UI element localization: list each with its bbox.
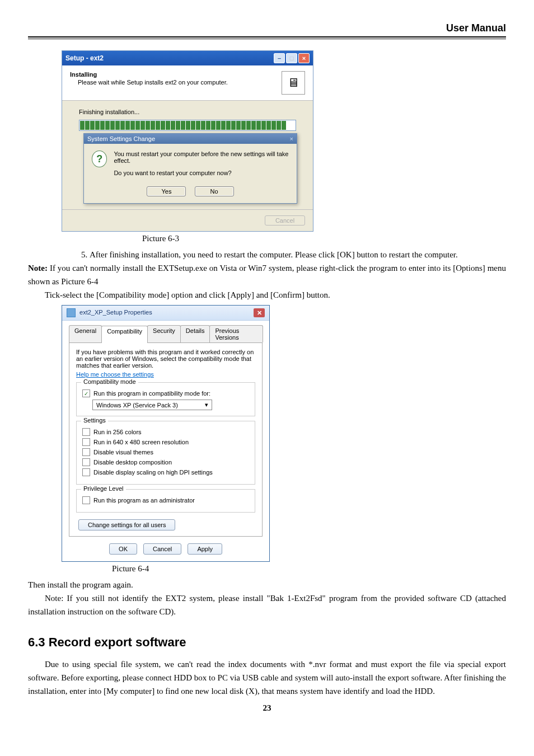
checkbox-disable-composition[interactable] [82, 458, 90, 466]
properties-tabs: General Compatibility Security Details P… [69, 325, 263, 343]
question-icon: ? [92, 151, 107, 167]
label-640x480: Run in 640 x 480 screen resolution [93, 439, 189, 445]
properties-window: ext2_XP_Setup Properties ✕ General Compa… [62, 305, 270, 562]
msgbox-close-icon[interactable]: × [290, 135, 293, 142]
checkbox-disable-themes[interactable] [82, 448, 90, 456]
help-choose-link[interactable]: Help me choose the settings [76, 371, 154, 378]
then-install-text: Then install the program again. [28, 578, 506, 591]
system-settings-change-dialog: System Settings Change × ? You must rest… [83, 133, 297, 204]
checkbox-disable-dpi-scaling[interactable] [82, 468, 90, 476]
checkbox-256-colors[interactable] [82, 428, 90, 436]
label-256-colors: Run in 256 colors [93, 429, 142, 435]
setup-status-text: Finishing installation... [79, 109, 296, 115]
change-all-users-button[interactable]: Change settings for all users [78, 519, 175, 530]
group-compat-title: Compatibility mode [81, 378, 138, 385]
msgbox-line2: Do you want to restart your computer now… [114, 170, 289, 176]
checkbox-run-as-admin[interactable] [82, 496, 90, 504]
tab-security[interactable]: Security [147, 325, 181, 342]
caption-6-3: Picture 6-3 [0, 234, 506, 243]
compat-mode-value: Windows XP (Service Pack 3) [96, 402, 178, 408]
label-disable-dpi-scaling: Disable display scaling on high DPI sett… [93, 469, 213, 476]
compat-intro-text: If you have problems with this program a… [76, 349, 255, 369]
setup-heading: Installing [70, 71, 228, 78]
header-rule-thin [28, 39, 506, 39]
group-settings-title: Settings [81, 417, 108, 424]
ok-button[interactable]: OK [109, 543, 137, 555]
group-privilege-title: Privilege Level [81, 485, 126, 492]
setup-wizard-icon: 🖥 [282, 71, 305, 95]
progress-bar [79, 120, 296, 131]
note-text-2: Note: If you still not identify the EXT2… [28, 591, 506, 618]
section-6-3-para: Due to using special file system, we can… [28, 658, 506, 698]
caption-6-4: Picture 6-4 [112, 564, 506, 574]
msgbox-line1: You must restart your computer before th… [114, 151, 289, 164]
group-settings: Settings Run in 256 colors Run in 640 x … [76, 421, 255, 485]
tab-previous-versions[interactable]: Previous Versions [209, 325, 263, 342]
tab-compatibility[interactable]: Compatibility [101, 326, 148, 343]
checkbox-640x480[interactable] [82, 438, 90, 446]
checkbox-run-compat[interactable]: ✓ [82, 389, 90, 397]
note-text-1: Note: If you can't normally install the … [28, 261, 506, 288]
cancel-button: Cancel [265, 215, 305, 226]
page-header-title: User Manual [28, 22, 506, 36]
setup-titlebar: Setup - ext2 – □ × [62, 51, 313, 65]
page-number: 23 [28, 703, 506, 713]
tab-details[interactable]: Details [180, 325, 210, 342]
tab-general[interactable]: General [69, 325, 102, 342]
setup-body: Finishing installation... System Setting… [62, 101, 313, 209]
setup-window-title: Setup - ext2 [65, 54, 104, 62]
group-compat-mode: Compatibility mode ✓ Run this program in… [76, 382, 255, 416]
yes-button[interactable]: Yes [147, 186, 186, 196]
close-icon[interactable]: × [298, 53, 310, 63]
setup-header-panel: Installing Please wait while Setup insta… [62, 65, 313, 101]
group-privilege: Privilege Level Run this program as an a… [76, 489, 255, 513]
step-5-text: After finishing installation, you need t… [90, 248, 506, 261]
label-run-compat: Run this program in compatibility mode f… [93, 390, 210, 397]
label-run-as-admin: Run this program as an administrator [93, 497, 195, 504]
chevron-down-icon: ▾ [205, 401, 208, 408]
properties-app-icon [67, 308, 76, 317]
setup-subtext: Please wait while Setup installs ext2 on… [78, 79, 228, 86]
properties-close-icon[interactable]: ✕ [254, 308, 265, 317]
tick-select-text: Tick-select the [Compatibility mode] opt… [28, 288, 506, 302]
no-button[interactable]: No [195, 186, 234, 196]
setup-ext2-window: Setup - ext2 – □ × Installing Please wai… [62, 50, 313, 232]
cancel-button-props[interactable]: Cancel [143, 543, 181, 555]
compat-mode-select[interactable]: Windows XP (Service Pack 3) ▾ [92, 400, 212, 410]
properties-title-text: ext2_XP_Setup Properties [79, 309, 152, 316]
label-disable-themes: Disable visual themes [93, 449, 153, 456]
minimize-icon[interactable]: – [274, 53, 285, 63]
header-rule-thick [28, 36, 506, 37]
label-disable-composition: Disable desktop composition [93, 459, 172, 466]
maximize-icon: □ [286, 53, 297, 63]
section-6-3-heading: 6.3 Record export software [28, 635, 506, 650]
setup-footer: Cancel [62, 209, 313, 231]
apply-button[interactable]: Apply [188, 543, 222, 555]
msgbox-title-text: System Settings Change [87, 135, 155, 142]
